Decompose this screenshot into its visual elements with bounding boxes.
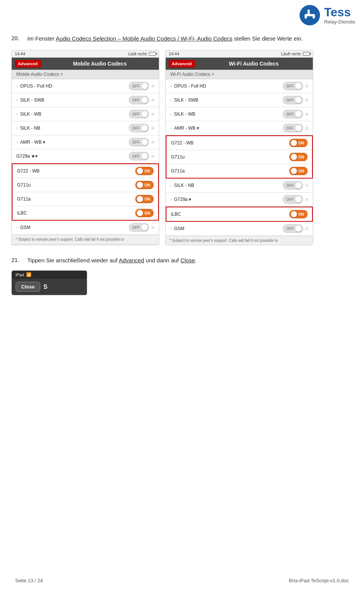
- toggle-circle: [291, 154, 297, 160]
- page-info: Seite 13 / 24: [15, 578, 43, 583]
- toggle-on[interactable]: ON: [135, 195, 154, 203]
- table-row: › SILK - WB OFF ≡: [166, 107, 313, 121]
- table-row: › G729a ▾ OFF ≡: [166, 193, 313, 207]
- toggle-label: OFF: [286, 183, 294, 188]
- wifi-status-right: Läuft nicht:: [281, 52, 310, 56]
- screenshots-container: 14:44 Lädt nicht: Advanced Mobile Audio …: [11, 50, 353, 245]
- reorder-icon: ≡: [151, 139, 154, 145]
- toggle-off[interactable]: OFF: [129, 138, 149, 146]
- mobile-codecs-list: Mobile Audio Codecs + › OPUS - Full HD O…: [12, 70, 159, 244]
- wifi-advanced-button[interactable]: Advanced: [169, 60, 195, 67]
- highlight-group-wifi-1: G722 - WB ON G711u ON G711a ON: [166, 135, 313, 179]
- toggle-on[interactable]: ON: [289, 139, 308, 147]
- reorder-icon: ≡: [151, 97, 154, 103]
- table-row: › OPUS - Full HD OFF ≡: [12, 79, 159, 93]
- doc-name: Bria-iPad-TeScript-v1.0.doc: [289, 578, 349, 583]
- toggle-label: OFF: [132, 98, 140, 102]
- toggle-off[interactable]: OFF: [283, 110, 303, 118]
- toggle-off[interactable]: OFF: [129, 223, 149, 232]
- toggle-label: OFF: [132, 84, 140, 88]
- toggle-label: OFF: [286, 84, 294, 88]
- codec-name: iLBC: [17, 210, 135, 216]
- ipad-content: Close S: [12, 279, 87, 295]
- toggle-on[interactable]: ON: [289, 167, 308, 175]
- toggle-off[interactable]: OFF: [129, 96, 149, 104]
- reorder-icon: ≡: [305, 83, 308, 89]
- toggle-label: OFF: [132, 154, 140, 158]
- table-row: › SILK - SWB OFF ≡: [12, 93, 159, 107]
- logo-tess-label: Tess: [324, 6, 351, 18]
- wifi-status-text: Läuft nicht:: [281, 52, 301, 56]
- wifi-statusbar: 14:44 Läuft nicht:: [166, 50, 313, 58]
- table-row: G711u ON: [13, 178, 158, 192]
- toggle-on[interactable]: ON: [135, 209, 154, 217]
- table-row: › GSM OFF ≡: [12, 221, 159, 235]
- toggle-on[interactable]: ON: [135, 181, 154, 189]
- table-row: iLBC ON: [166, 207, 312, 221]
- page-footer: Seite 13 / 24 Bria-iPad-TeScript-v1.0.do…: [0, 578, 364, 583]
- step-21-text: Tippen Sie anschließend wieder auf Advan…: [27, 256, 353, 265]
- toggle-label: ON: [298, 141, 304, 145]
- codec-name: GSM: [174, 226, 283, 231]
- codec-name: GSM: [20, 225, 129, 230]
- step-20-text: Im Fenster Audio Codecs Selection – Mobi…: [27, 34, 353, 43]
- toggle-circle: [295, 97, 301, 103]
- ipad-close-screenshot: iPad 📶 Close S: [11, 270, 87, 295]
- toggle-label: OFF: [286, 227, 294, 231]
- codec-name: G711u: [17, 182, 135, 188]
- toggle-circle: [141, 97, 147, 103]
- logo-text: Tess Relay-Dienste.: [324, 6, 356, 25]
- toggle-circle: [291, 140, 297, 146]
- toggle-label: OFF: [132, 126, 140, 130]
- wifi-footnote: * Subject to remote peer's support. Call…: [166, 236, 313, 245]
- toggle-circle: [295, 111, 301, 117]
- table-row: G711u ON: [166, 150, 312, 164]
- step-21-number: 21.: [11, 256, 23, 265]
- toggle-circle: [137, 182, 143, 188]
- arrow-icon: ›: [170, 226, 172, 231]
- toggle-label: ON: [298, 169, 304, 173]
- toggle-off[interactable]: OFF: [283, 224, 303, 233]
- toggle-off[interactable]: OFF: [283, 195, 303, 204]
- arrow-icon: ›: [16, 225, 18, 230]
- toggle-circle: [141, 125, 147, 131]
- mobile-status-text: Lädt nicht:: [128, 52, 147, 56]
- toggle-off[interactable]: OFF: [283, 96, 303, 104]
- reorder-icon: ≡: [305, 196, 308, 202]
- step-20-number: 20.: [11, 34, 23, 43]
- toggle-off[interactable]: OFF: [283, 82, 303, 90]
- reorder-icon: ≡: [305, 111, 308, 117]
- codec-name: SILK - NB: [174, 183, 283, 188]
- toggle-on[interactable]: ON: [289, 210, 308, 218]
- mobile-footnote: * Subject to remote peer's support. Call…: [12, 235, 159, 244]
- toggle-off[interactable]: OFF: [283, 181, 303, 190]
- toggle-off[interactable]: OFF: [283, 124, 303, 132]
- table-row: › GSM OFF ≡: [166, 222, 313, 236]
- codec-name: SILK - WB: [20, 111, 129, 117]
- toggle-off[interactable]: OFF: [129, 124, 149, 132]
- table-row: G722 - WB ON: [13, 164, 158, 178]
- mobile-status-right: Lädt nicht:: [128, 52, 156, 56]
- toggle-off[interactable]: OFF: [129, 82, 149, 90]
- arrow-icon: ›: [16, 125, 18, 131]
- reorder-icon: ≡: [305, 182, 308, 188]
- toggle-off[interactable]: OFF: [129, 110, 149, 118]
- toggle-label: ON: [144, 211, 150, 215]
- codec-name: G729a ★▾: [16, 154, 129, 159]
- mobile-section-header: Mobile Audio Codecs +: [12, 70, 159, 79]
- toggle-off[interactable]: OFF: [129, 152, 149, 160]
- table-row: › SILK - NB OFF ≡: [12, 121, 159, 135]
- toggle-circle: [291, 211, 297, 217]
- table-row: › SILK - NB OFF ≡: [166, 179, 313, 193]
- toggle-circle: [141, 111, 147, 117]
- toggle-label: OFF: [132, 140, 140, 144]
- logo-relay-label: Relay-Dienste.: [324, 19, 356, 25]
- svg-rect-4: [312, 14, 315, 19]
- close-button[interactable]: Close: [16, 282, 40, 292]
- mobile-advanced-button[interactable]: Advanced: [15, 60, 41, 67]
- toggle-on[interactable]: ON: [135, 167, 154, 175]
- toggle-on[interactable]: ON: [289, 153, 308, 161]
- table-row: › SILK - SWB OFF ≡: [166, 93, 313, 107]
- svg-rect-3: [304, 14, 307, 19]
- tess-logo-icon: [298, 4, 321, 27]
